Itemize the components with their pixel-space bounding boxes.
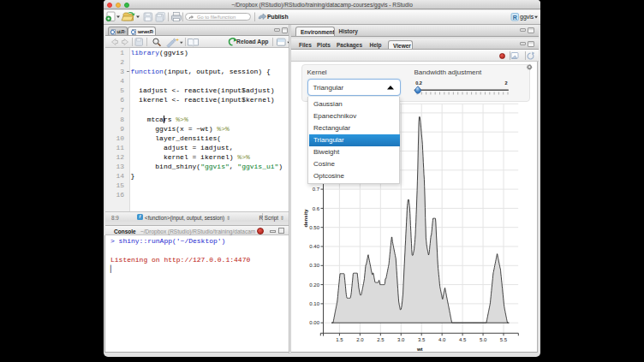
svg-text:density: density [303, 209, 308, 228]
svg-text:0.40: 0.40 [309, 244, 319, 249]
svg-text:wt: wt [416, 347, 423, 352]
svg-text:1.5: 1.5 [336, 337, 343, 342]
svg-text:R: R [513, 15, 517, 21]
svg-text:0.00: 0.00 [309, 320, 319, 325]
svg-text:0.7: 0.7 [313, 187, 320, 192]
svg-text:0.20: 0.20 [309, 282, 319, 288]
svg-text:4.0: 4.0 [438, 337, 446, 342]
svg-text:0.6: 0.6 [313, 206, 320, 211]
svg-text:3.0: 3.0 [397, 337, 405, 342]
svg-text:0.30: 0.30 [309, 263, 319, 268]
svg-text:2.5: 2.5 [377, 337, 385, 342]
svg-text:0.2: 0.2 [415, 80, 422, 86]
svg-text:0.10: 0.10 [309, 301, 319, 306]
svg-text:3.5: 3.5 [418, 337, 426, 342]
svg-text:5.5: 5.5 [500, 337, 508, 342]
svg-text:2: 2 [504, 80, 507, 86]
svg-text:0.50: 0.50 [309, 225, 319, 230]
svg-text:4.5: 4.5 [459, 337, 467, 342]
svg-text:5.0: 5.0 [480, 337, 487, 342]
svg-text:2.0: 2.0 [356, 337, 364, 342]
